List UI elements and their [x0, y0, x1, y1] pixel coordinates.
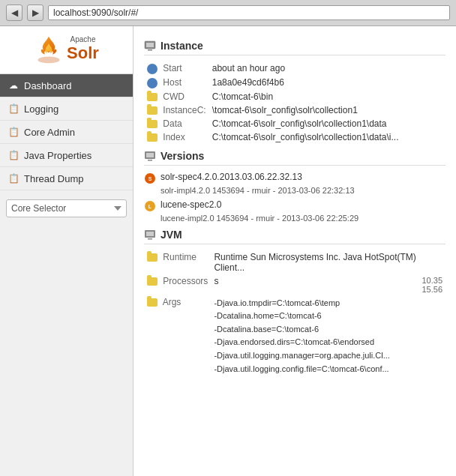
- table-row: InstanceC: \tomcat-6\solr_config\solr\co…: [144, 103, 446, 117]
- arg-item: -Djava.util.logging.config.file=C:\tomca…: [214, 363, 442, 376]
- instance-table: Start about an hour ago Host 1a8a0e49cd6…: [144, 61, 446, 144]
- cwd-folder-icon: [147, 93, 158, 101]
- table-row: Data C:\tomcat-6\solr_config\solr\collec…: [144, 117, 446, 130]
- svg-rect-6: [148, 160, 152, 161]
- solr-logo: Apache Solr: [34, 34, 99, 64]
- sidebar: Apache Solr ☁ Dashboard 📋 Logging 📋 Core…: [0, 26, 134, 476]
- instance-icon: [144, 40, 156, 52]
- index-value: C:\tomcat-6\solr_config\solr\collection1…: [209, 130, 446, 144]
- lucene-version-icon: L: [144, 200, 156, 212]
- processors-label: Processors: [163, 276, 208, 286]
- start-icon: [147, 64, 158, 74]
- runtime-icon: [147, 253, 158, 262]
- processors-value: s: [214, 276, 218, 286]
- args-icon: [147, 298, 158, 307]
- sidebar-item-java-properties[interactable]: 📋 Java Properties: [0, 144, 133, 167]
- data-value: C:\tomcat-6\solr_config\solr\collection1…: [209, 117, 446, 130]
- index-label: Index: [163, 132, 184, 142]
- table-row: CWD C:\tomcat-6\bin: [144, 90, 446, 103]
- sidebar-item-core-admin[interactable]: 📋 Core Admin: [0, 121, 133, 144]
- arg-item: -Dcatalina.base=C:\tomcat-6: [214, 323, 442, 337]
- runtime-label: Runtime: [163, 252, 196, 262]
- sidebar-item-label-core-admin: Core Admin: [24, 127, 75, 138]
- arg-item: -Dcatalina.home=C:\tomcat-6: [214, 310, 442, 323]
- processors-numbers: 10.3515.56: [422, 276, 442, 294]
- jvm-title: JVM: [160, 229, 182, 241]
- browser-chrome: ◀ ▶ localhost:9090/solr/#/: [0, 0, 456, 26]
- jvm-table: Runtime Runtime Sun Microsystems Inc. Ja…: [144, 250, 446, 378]
- core-admin-icon: 📋: [8, 126, 20, 138]
- sidebar-item-thread-dump[interactable]: 📋 Thread Dump: [0, 167, 133, 190]
- host-label: Host: [163, 77, 182, 88]
- jvm-section-header: JVM: [144, 229, 446, 244]
- thread-dump-icon: 📋: [8, 172, 20, 184]
- solr-version-row: S solr-spec4.2.0.2013.03.06.22.32.13: [144, 172, 446, 184]
- sidebar-item-label-dashboard: Dashboard: [24, 80, 72, 91]
- svg-rect-13: [148, 238, 152, 240]
- core-selector-container: Core Selector: [0, 193, 133, 223]
- sidebar-item-label-thread-dump: Thread Dump: [24, 173, 83, 184]
- jvm-icon: [144, 229, 156, 241]
- sidebar-item-label-logging: Logging: [24, 103, 58, 115]
- solr-spec: solr-spec4.2.0.2013.03.06.22.32.13: [160, 172, 302, 182]
- host-value: 1a8a0e49cd6f4b6: [209, 76, 446, 90]
- cwd-value: C:\tomcat-6\bin: [209, 90, 446, 103]
- sidebar-item-dashboard[interactable]: ☁ Dashboard: [0, 74, 133, 97]
- runtime-value: Runtime Sun Microsystems Inc. Java HotSp…: [211, 250, 446, 274]
- sidebar-item-logging[interactable]: 📋 Logging: [0, 97, 133, 121]
- logging-icon: 📋: [8, 103, 20, 115]
- instance-folder-icon: [147, 106, 158, 115]
- svg-rect-2: [146, 43, 154, 47]
- instance-label: InstanceC:: [163, 105, 206, 115]
- table-row: Runtime Runtime Sun Microsystems Inc. Ja…: [144, 250, 446, 274]
- svg-text:S: S: [148, 176, 152, 181]
- back-button[interactable]: ◀: [6, 4, 22, 21]
- logo-area: Apache Solr: [0, 26, 133, 74]
- host-icon: [147, 78, 158, 88]
- table-row: Args -Djava.io.tmpdir=C:\tomcat-6\temp -…: [144, 295, 446, 378]
- versions-icon: [144, 150, 156, 162]
- table-row: Index C:\tomcat-6\solr_config\solr\colle…: [144, 130, 446, 144]
- arg-item: -Djava.io.tmpdir=C:\tomcat-6\temp: [214, 297, 442, 310]
- solr-label: Solr: [67, 43, 99, 63]
- args-label: Args: [163, 297, 182, 307]
- dashboard-icon: ☁: [8, 79, 20, 91]
- table-row: Start about an hour ago: [144, 61, 446, 76]
- arg-item: -Djava.endorsed.dirs=C:\tomcat-6\endorse…: [214, 336, 442, 349]
- processors-icon: [147, 277, 158, 286]
- versions-section-header: Versions: [144, 150, 446, 166]
- lucene-spec: lucene-spec2.0: [160, 199, 221, 210]
- java-properties-icon: 📋: [8, 149, 20, 161]
- cwd-label: CWD: [163, 91, 184, 102]
- solr-impl: solr-impl4.2.0 1453694 - rmuir - 2013-03…: [144, 186, 446, 195]
- apache-label: Apache: [67, 35, 99, 43]
- sidebar-item-label-java-properties: Java Properties: [24, 150, 92, 161]
- svg-point-0: [38, 57, 60, 64]
- versions-title: Versions: [160, 150, 204, 162]
- svg-rect-3: [148, 49, 152, 51]
- lucene-impl: lucene-impl2.0 1453694 - rmuir - 2013-03…: [144, 214, 446, 223]
- svg-rect-5: [146, 153, 154, 157]
- svg-rect-12: [146, 232, 154, 236]
- core-selector-dropdown[interactable]: Core Selector: [6, 199, 127, 217]
- index-folder-icon: [147, 133, 158, 142]
- instance-title: Instance: [160, 40, 203, 52]
- arg-item: -Djava.util.logging.manager=org.apache.j…: [214, 349, 442, 363]
- table-row: Processors s 10.3515.56: [144, 274, 446, 295]
- address-bar[interactable]: localhost:9090/solr/#/: [48, 5, 450, 20]
- start-value: about an hour ago: [209, 61, 446, 76]
- data-folder-icon: [147, 120, 158, 128]
- lucene-version-row: L lucene-spec2.0: [144, 199, 446, 212]
- start-label: Start: [163, 63, 182, 73]
- data-label: Data: [163, 118, 182, 129]
- args-list: -Djava.io.tmpdir=C:\tomcat-6\temp -Dcata…: [214, 297, 442, 376]
- instance-value: \tomcat-6\solr_config\solr\collection1: [209, 103, 446, 117]
- main-layout: Apache Solr ☁ Dashboard 📋 Logging 📋 Core…: [0, 26, 456, 476]
- solr-version-icon: S: [144, 172, 156, 184]
- forward-button[interactable]: ▶: [27, 4, 44, 21]
- instance-section-header: Instance: [144, 40, 446, 55]
- svg-text:L: L: [148, 204, 152, 209]
- content-area: Instance Start about an hour ago Host 1a…: [134, 26, 456, 476]
- table-row: Host 1a8a0e49cd6f4b6: [144, 76, 446, 90]
- solr-flame-icon: [34, 34, 64, 64]
